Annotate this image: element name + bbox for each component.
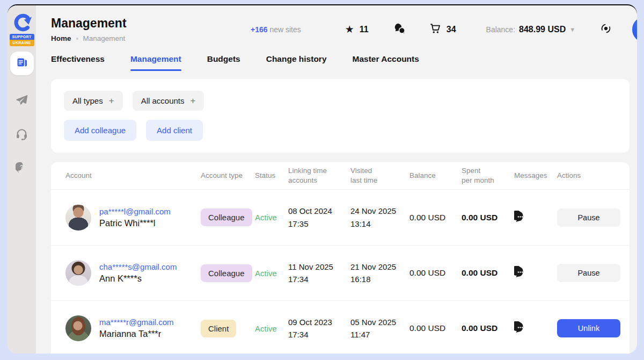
account-type-badge: Colleague xyxy=(201,208,252,226)
page-title: Management xyxy=(51,16,251,31)
column-header: Account type xyxy=(201,171,255,181)
add-client-button[interactable]: Add client xyxy=(146,120,203,141)
breadcrumb: Home Management xyxy=(51,34,251,42)
tab-effectiveness[interactable]: Effectiveness xyxy=(51,54,105,66)
visited-time-cell: 05 Nov 2025 11:47 xyxy=(350,316,409,341)
svg-text:?: ? xyxy=(20,164,24,170)
column-header: Status xyxy=(255,171,288,181)
chat-bubbles-icon xyxy=(393,22,406,37)
column-header: Visited last time xyxy=(350,166,409,185)
linking-time-cell: 11 Nov 2025 17:34 xyxy=(288,261,350,286)
filters-card: All types + All accounts + Add colleague… xyxy=(51,79,630,153)
help-icon: ? xyxy=(16,161,28,176)
message-bubble-icon xyxy=(514,321,526,335)
add-colleague-button[interactable]: Add colleague xyxy=(64,120,136,141)
all-types-label: All types xyxy=(72,96,103,105)
table-row: cha*****s@gmail.com Ann K****s Colleague… xyxy=(51,245,630,300)
chevron-down-icon: ▼ xyxy=(569,26,575,33)
user-avatar xyxy=(65,260,91,286)
tab-master-accounts[interactable]: Master Accounts xyxy=(353,54,419,66)
message-bubble-icon xyxy=(514,211,526,225)
spent-cell: 0.00 USD xyxy=(462,268,514,278)
status-text: Active xyxy=(255,324,288,333)
action-button[interactable]: Unlink xyxy=(557,319,620,337)
visited-time: 11:47 xyxy=(350,328,409,341)
account-email-link[interactable]: ma*****r@gmail.com xyxy=(99,318,174,327)
sidebar-item-telegram[interactable] xyxy=(15,93,28,109)
table-row: pa*****l@gmail.com Patric Whi****l Colle… xyxy=(51,190,630,245)
balance-cell: 0.00 USD xyxy=(409,268,462,278)
tab-bar: EffectivenessManagementBudgetsChange his… xyxy=(51,54,630,66)
spent-cell: 0.00 USD xyxy=(462,213,514,222)
all-types-filter[interactable]: All types + xyxy=(64,91,123,111)
linking-time-cell: 08 Oct 2024 17:35 xyxy=(288,205,350,230)
sidebar-item-support[interactable] xyxy=(15,127,28,143)
balance-cell: 0.00 USD xyxy=(409,323,462,333)
breadcrumb-home[interactable]: Home xyxy=(51,34,71,42)
balance-cell: 0.00 USD xyxy=(409,213,462,222)
page-header: Management Home Management +166 new site… xyxy=(51,16,630,42)
table-row: ma*****r@gmail.com Marianna Ta***r Clien… xyxy=(51,300,630,354)
sidebar-item-reports-active[interactable] xyxy=(10,52,34,75)
breadcrumb-separator xyxy=(76,38,78,40)
status-text: Active xyxy=(255,269,288,278)
account-type-badge: Client xyxy=(201,320,236,337)
star-icon: ★ xyxy=(345,24,354,34)
sidebar-item-help[interactable]: ? xyxy=(16,161,28,176)
all-accounts-filter[interactable]: All accounts + xyxy=(133,91,204,111)
linking-time-cell: 09 Oct 2023 17:34 xyxy=(288,316,350,341)
tab-management[interactable]: Management xyxy=(130,54,181,66)
accounts-table: AccountAccount typeStatusLinking time ac… xyxy=(51,162,630,354)
status-text: Active xyxy=(255,213,288,222)
visited-time: 16:18 xyxy=(350,273,409,285)
message-button[interactable] xyxy=(514,211,526,225)
message-bubble-icon xyxy=(514,266,526,280)
account-email-link[interactable]: cha*****s@gmail.com xyxy=(99,262,177,271)
account-name: Ann K****s xyxy=(99,273,177,284)
message-button[interactable] xyxy=(514,321,526,335)
linking-date: 08 Oct 2024 xyxy=(288,205,350,217)
account-name: Patric Whi****l xyxy=(99,218,171,228)
visited-date: 05 Nov 2025 xyxy=(350,316,409,328)
tab-change-history[interactable]: Change history xyxy=(266,54,327,66)
column-header: Actions xyxy=(557,171,620,181)
notifications-button[interactable] xyxy=(600,23,612,37)
news-icon xyxy=(16,56,28,71)
app-window: SUPPORT UKRAINE xyxy=(8,4,637,354)
message-button[interactable] xyxy=(514,266,526,280)
column-header: Messages xyxy=(514,171,557,181)
breadcrumb-current: Management xyxy=(83,34,126,42)
sidebar: SUPPORT UKRAINE xyxy=(8,5,36,354)
linking-time: 17:35 xyxy=(288,218,350,230)
linking-date: 11 Nov 2025 xyxy=(288,261,350,273)
column-header: Spent per month xyxy=(462,166,514,185)
visited-date: 21 Nov 2025 xyxy=(350,261,409,273)
action-button[interactable]: Pause xyxy=(557,264,620,282)
new-sites-indicator[interactable]: +166 new sites xyxy=(251,25,301,34)
favorites-counter[interactable]: ★ 11 xyxy=(345,24,369,34)
linking-date: 09 Oct 2023 xyxy=(288,316,350,328)
visited-time-cell: 24 Nov 2025 13:14 xyxy=(350,205,409,230)
chat-button[interactable] xyxy=(393,22,406,37)
tab-budgets[interactable]: Budgets xyxy=(207,54,240,66)
action-button[interactable]: Pause xyxy=(557,208,620,227)
plus-icon: + xyxy=(109,96,114,105)
user-avatar xyxy=(65,315,91,341)
linking-time: 17:34 xyxy=(288,328,350,341)
balance-selector[interactable]: Balance: 848.99 USD ▼ xyxy=(486,25,576,34)
cart-icon xyxy=(429,23,441,37)
visited-date: 24 Nov 2025 xyxy=(350,205,409,217)
account-avatar[interactable] xyxy=(632,17,637,42)
column-header: Balance xyxy=(409,171,462,181)
visited-time: 13:14 xyxy=(350,218,409,230)
brand-logo-icon[interactable] xyxy=(12,13,32,32)
column-header: Linking time accounts xyxy=(288,166,350,185)
account-email-link[interactable]: pa*****l@gmail.com xyxy=(99,207,171,216)
cart-counter[interactable]: 34 xyxy=(429,23,456,37)
support-ukraine-badge: SUPPORT UKRAINE xyxy=(10,34,34,46)
plus-icon: + xyxy=(191,96,196,105)
main-area: Management Home Management +166 new site… xyxy=(36,5,637,354)
broadcast-icon xyxy=(600,23,612,37)
spent-cell: 0.00 USD xyxy=(462,323,514,333)
user-avatar xyxy=(65,205,91,231)
